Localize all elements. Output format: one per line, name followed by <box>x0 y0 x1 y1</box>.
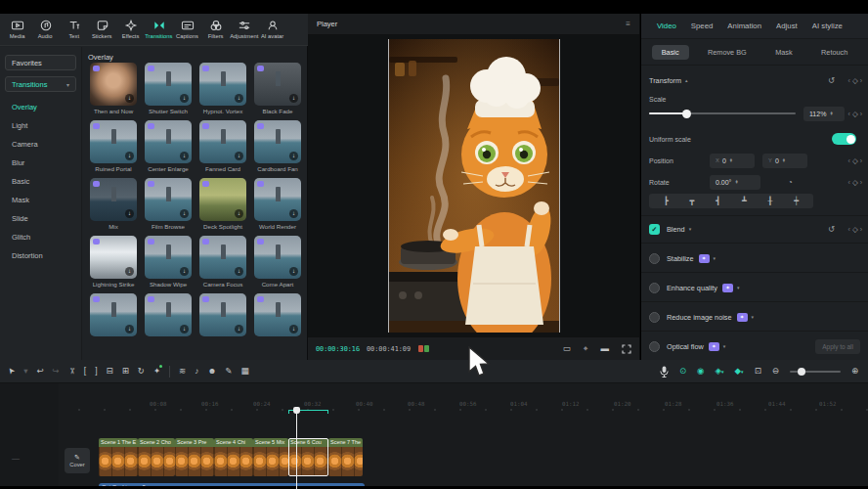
transition-thumbnail[interactable] <box>145 120 192 163</box>
prev-keyframe-icon[interactable]: ‹ <box>848 179 850 186</box>
rotate-dial-icon[interactable]: ◔ <box>788 178 793 187</box>
snap-center-icon[interactable]: ⌖ <box>584 344 588 353</box>
inspector-tab[interactable]: AI stylize <box>812 22 843 30</box>
transition-item[interactable]: Ruined Portal <box>86 120 141 173</box>
inspector-subtab[interactable]: Mask <box>765 45 802 60</box>
transition-thumbnail[interactable] <box>199 236 246 279</box>
freeze-frame-icon[interactable]: ⊞ <box>122 367 129 376</box>
tab-media[interactable]: Media <box>3 20 31 39</box>
next-keyframe-icon[interactable]: › <box>860 77 862 84</box>
transition-item[interactable]: Shadow Wipe <box>141 236 195 289</box>
reset-icon[interactable]: ↺ <box>828 75 835 85</box>
mute-track-icon[interactable]: ♪ <box>195 367 198 376</box>
transition-thumbnail[interactable] <box>90 236 137 279</box>
sidebar-category[interactable]: Distortion <box>0 246 81 265</box>
transition-thumbnail[interactable] <box>145 178 192 221</box>
inspector-subtab[interactable]: Retouch <box>811 45 857 60</box>
clip-edge-left[interactable] <box>388 39 389 333</box>
timeline-clip[interactable]: Scene 4 Chi <box>214 438 253 476</box>
transition-thumbnail[interactable] <box>254 236 301 279</box>
marker-icon[interactable]: ◆▾ <box>735 367 744 376</box>
align-center-h-icon[interactable]: ╂ <box>768 198 773 205</box>
transition-item[interactable]: Fanned Card <box>195 120 250 173</box>
tab-effects[interactable]: Effects <box>116 20 145 39</box>
extract-audio-icon[interactable]: ≋ <box>179 367 186 376</box>
transition-thumbnail[interactable] <box>90 293 137 336</box>
tab-ai-avatar[interactable]: AI avatar <box>258 20 286 39</box>
transition-thumbnail[interactable] <box>199 178 246 221</box>
playhead[interactable] <box>296 407 297 489</box>
sidebar-category[interactable]: Mask <box>0 191 81 209</box>
sidebar-category[interactable]: Light <box>0 116 81 135</box>
record-icon[interactable]: ▦ <box>240 367 248 376</box>
position-x-field[interactable]: X 0 ▴▾ <box>710 154 755 168</box>
transition-thumbnail[interactable] <box>90 178 137 221</box>
inspector-tab[interactable]: Video <box>657 22 676 30</box>
sidebar-category[interactable]: Camera <box>0 135 81 154</box>
step-down-icon[interactable]: ▾ <box>730 160 732 162</box>
transition-item[interactable]: Center Enlarge <box>141 120 195 173</box>
player-menu-icon[interactable]: ≡ <box>626 20 630 28</box>
timeline-clip[interactable]: Scene 2 Cho <box>138 438 175 476</box>
prev-keyframe-icon[interactable]: ‹ <box>848 77 850 84</box>
transition-item[interactable]: World Render <box>250 178 305 231</box>
transition-thumbnail[interactable] <box>145 293 192 336</box>
tab-filters[interactable]: Filters <box>201 20 230 39</box>
transition-item[interactable] <box>86 293 141 346</box>
zoom-knob[interactable] <box>798 368 805 376</box>
zoom-in-icon[interactable]: ⊕ <box>851 367 858 376</box>
keyframe-diamond-icon[interactable]: ◇ <box>852 76 858 85</box>
reduce-noise-checkbox[interactable] <box>649 312 660 323</box>
transition-item[interactable]: Camera Focus <box>195 236 250 289</box>
quality-indicator-icon[interactable] <box>418 345 429 352</box>
inspector-subtab[interactable]: Basic <box>652 45 689 60</box>
uniform-scale-toggle[interactable] <box>832 133 856 145</box>
align-left-icon[interactable]: ┣ <box>664 198 669 205</box>
transition-item[interactable] <box>195 293 250 346</box>
rotate-field[interactable]: 0.00° ▴▾ <box>710 175 760 190</box>
transition-item[interactable]: Black Fade <box>250 63 305 115</box>
tab-stickers[interactable]: Stickers <box>88 20 116 39</box>
keyframe-cluster[interactable]: ‹ ◇ › <box>848 110 862 118</box>
align-top-icon[interactable]: ┳ <box>690 198 695 205</box>
transition-item[interactable]: Shutter Switch <box>141 63 195 115</box>
rotate-stepper[interactable]: ▴▾ <box>735 180 737 185</box>
split-icon[interactable]: ✂ <box>67 368 76 375</box>
zoom-out-icon[interactable]: ⊖ <box>772 367 779 376</box>
draw-tool-icon[interactable]: ✎ <box>225 367 232 376</box>
transition-thumbnail[interactable] <box>254 63 301 106</box>
keyframe-diamond-icon[interactable]: ◇ <box>852 225 858 234</box>
sidebar-group-transitions[interactable]: Transitions ▾ <box>5 76 76 92</box>
timeline-clip[interactable]: Scene 1 The E <box>99 438 138 476</box>
transition-item[interactable]: Deck Spotlight <box>195 178 250 231</box>
preview-quality-icon[interactable]: ▬ <box>601 344 610 353</box>
transition-thumbnail[interactable] <box>145 236 192 279</box>
transition-thumbnail[interactable] <box>254 178 301 221</box>
trim-left-icon[interactable]: [ <box>84 367 86 376</box>
ai-avatar-tool-icon[interactable]: ☻ <box>207 367 216 376</box>
prev-keyframe-icon[interactable]: ‹ <box>848 226 850 233</box>
video-frame[interactable] <box>389 39 559 333</box>
select-tool-icon[interactable]: ➤ <box>6 366 17 377</box>
keyframe-cluster[interactable]: ‹ ◇ › <box>848 178 862 187</box>
apply-to-all-button[interactable]: Apply to all <box>815 339 860 354</box>
clip-edge-right[interactable] <box>559 39 560 333</box>
reverse-icon[interactable]: ↻ <box>138 367 145 376</box>
sidebar-category[interactable]: Overlay <box>0 98 81 116</box>
transform-section-header[interactable]: Transform ▴ ↺ ‹ ◇ › <box>641 72 868 88</box>
optical-flow-checkbox[interactable] <box>649 341 660 352</box>
stabilize-checkbox[interactable] <box>649 253 660 264</box>
timeline-ruler[interactable]: 00:08 00:16 00:24 00:32 00:40 00:48 00:5… <box>59 401 868 411</box>
tab-text[interactable]: Text <box>60 20 88 39</box>
transition-thumbnail[interactable] <box>254 293 301 336</box>
keyframe-curve-icon[interactable]: ◈▾ <box>716 367 724 376</box>
delete-icon[interactable]: ⊟ <box>107 367 113 376</box>
smart-audio-icon[interactable]: ◉ <box>697 367 704 376</box>
tab-transitions[interactable]: Transitions <box>145 20 173 39</box>
keyframe-diamond-icon[interactable]: ◇ <box>852 178 858 187</box>
prev-keyframe-icon[interactable]: ‹ <box>848 157 850 164</box>
align-bottom-icon[interactable]: ┻ <box>742 198 747 205</box>
keyframe-cluster[interactable]: ‹ ◇ › <box>848 76 862 85</box>
mic-icon[interactable] <box>660 366 669 378</box>
align-right-icon[interactable]: ┫ <box>716 198 720 205</box>
